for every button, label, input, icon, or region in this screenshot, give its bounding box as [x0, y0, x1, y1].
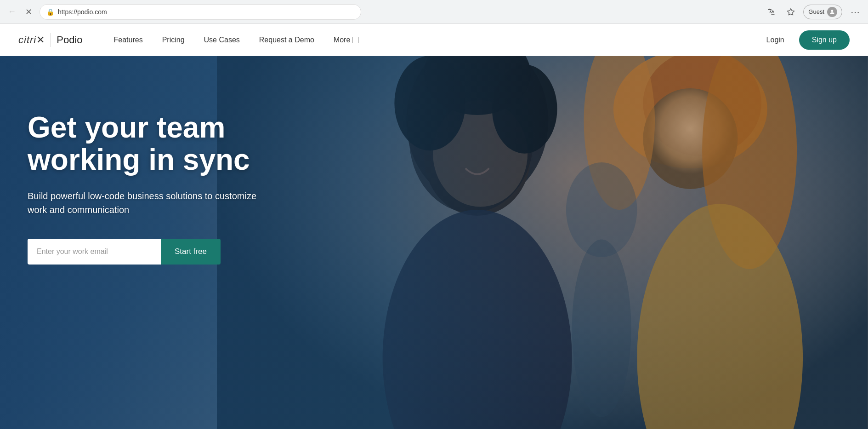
svg-point-1	[831, 10, 834, 12]
logo-divider	[51, 33, 51, 47]
translate-icon[interactable]	[765, 5, 778, 19]
navbar-links: Features Pricing Use Cases Request a Dem…	[106, 32, 759, 48]
start-free-button[interactable]: Start free	[161, 239, 221, 265]
close-button[interactable]: ✕	[22, 6, 35, 18]
navbar: citri✕ Podio Features Pricing Use Cases …	[0, 24, 868, 56]
back-button[interactable]: ←	[6, 6, 18, 18]
email-input[interactable]	[28, 239, 161, 265]
logo[interactable]: citri✕ Podio	[18, 33, 83, 47]
nav-request-demo[interactable]: Request a Demo	[251, 32, 323, 48]
hero-subtitle: Build powerful low-code business solutio…	[28, 189, 267, 217]
browser-more-button[interactable]: ⋯	[848, 5, 862, 19]
podio-logo-text: Podio	[57, 34, 82, 46]
svg-marker-0	[788, 8, 794, 15]
navbar-actions: Login Sign up	[759, 30, 850, 50]
lock-icon: 🔒	[46, 8, 54, 16]
favorites-icon[interactable]	[784, 5, 798, 19]
url-text: https://podio.com	[58, 8, 354, 16]
nav-more[interactable]: More	[325, 32, 367, 48]
citrix-logo-text: citri✕	[18, 34, 45, 46]
more-grid-icon	[352, 37, 358, 43]
hero-title: Get your team working in sync	[28, 111, 285, 176]
nav-use-cases[interactable]: Use Cases	[196, 32, 248, 48]
hero-content: Get your team working in sync Build powe…	[0, 56, 312, 292]
browser-chrome: ← ✕ 🔒 https://podio.com Guest	[0, 0, 868, 24]
browser-right-actions: Guest ⋯	[765, 5, 862, 19]
address-bar[interactable]: 🔒 https://podio.com	[40, 4, 361, 20]
more-label: More	[334, 36, 350, 44]
login-button[interactable]: Login	[759, 32, 792, 48]
avatar	[827, 7, 837, 17]
nav-features[interactable]: Features	[106, 32, 151, 48]
signup-button[interactable]: Sign up	[799, 30, 850, 50]
profile-label: Guest	[808, 8, 824, 15]
nav-pricing[interactable]: Pricing	[154, 32, 193, 48]
browser-nav-buttons: ← ✕	[6, 6, 35, 18]
hero-section: Get your team working in sync Build powe…	[0, 56, 868, 429]
profile-button[interactable]: Guest	[803, 5, 842, 19]
hero-cta-group: Start free	[28, 239, 285, 265]
